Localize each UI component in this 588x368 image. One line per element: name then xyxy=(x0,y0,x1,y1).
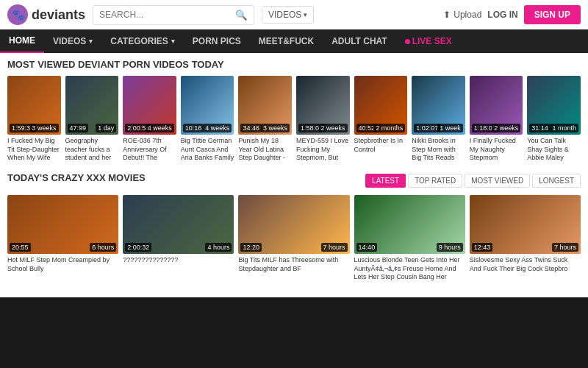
live-indicator xyxy=(405,39,410,44)
filter-tabs: LATESTTOP RATEDMOST VIEWEDLONGEST xyxy=(365,174,581,188)
video-card[interactable]: 2:00:32 4 hours ??????????????? xyxy=(123,195,234,283)
video-card[interactable]: 14:40 9 hours Luscious Blonde Teen Gets … xyxy=(354,195,465,283)
video-duration: 12:20 xyxy=(240,243,262,252)
video-title: Big Tittie German Aunt Casca And Aria Ba… xyxy=(181,137,234,163)
video-duration: 34:46 xyxy=(240,124,262,132)
video-age: 6 hours xyxy=(90,243,116,252)
video-card[interactable]: 1:58:01 2 weeks MEYD-559 I Love Fucking … xyxy=(296,76,350,163)
nav-item-meetandfuck[interactable]: MEET&FUCK xyxy=(250,29,323,53)
video-thumbnail: 47:99 1 day xyxy=(65,76,119,135)
video-title: Big Tits MILF has Threesome with Stepdau… xyxy=(238,256,349,273)
video-card[interactable]: 47:99 1 day Geography teacher fucks a st… xyxy=(65,76,119,163)
video-title: Luscious Blonde Teen Gets Into Her Aunty… xyxy=(354,256,465,283)
nav-item-adult-chat[interactable]: ADULT CHAT xyxy=(323,29,396,53)
search-icon: 🔍 xyxy=(235,10,248,21)
search-button[interactable]: 🔍 xyxy=(229,6,254,24)
video-age: 2 months xyxy=(373,124,405,132)
video-thumbnail: 12:43 7 hours xyxy=(470,195,581,254)
search-input[interactable] xyxy=(93,6,229,24)
chevron-down-icon: ▾ xyxy=(304,11,307,18)
video-thumbnail: 2:00:32 4 hours xyxy=(123,195,234,254)
video-thumbnail: 12:20 7 hours xyxy=(238,195,349,254)
nav-item-live-sex[interactable]: LIVE SEX xyxy=(396,29,461,53)
video-duration: 31:14 xyxy=(529,124,551,132)
video-age: 3 weeks xyxy=(261,124,290,132)
filter-tab-top-rated[interactable]: TOP RATED xyxy=(408,174,462,188)
nav-item-categories[interactable]: CATEGORIES ▾ xyxy=(101,29,183,53)
video-title: Stepbrother Is In Control xyxy=(354,137,408,154)
filter-tab-latest[interactable]: LATEST xyxy=(365,174,406,188)
video-duration: 14:40 xyxy=(356,243,378,252)
video-title: ROE-036 7th Anniversary Of Debut!! The S… xyxy=(123,137,176,163)
video-card[interactable]: 1:02:07 1 week Nikki Brooks in Step Mom … xyxy=(412,76,465,163)
login-button[interactable]: LOG IN xyxy=(487,10,517,20)
nav-item-home[interactable]: HOME xyxy=(0,29,44,53)
video-duration: 2:00:32 xyxy=(125,243,151,252)
video-duration: 12:43 xyxy=(472,243,493,252)
header: 🐾 deviants 🔍 VIDEOS ▾ ⬆ Upload LOG IN SI… xyxy=(0,0,588,29)
most-viewed-section: MOST VIEWED DEVIANT PORN VIDEOS TODAY 1:… xyxy=(7,59,581,163)
video-age: 9 hours xyxy=(437,243,463,252)
video-duration: 47:99 xyxy=(68,124,89,132)
video-thumbnail: 20:55 6 hours xyxy=(7,195,118,254)
video-age: 4 weeks xyxy=(146,124,174,132)
video-thumbnail: 14:40 9 hours xyxy=(354,195,465,254)
video-title: Hot MILF Step Mom Creampied by School Bu… xyxy=(7,256,118,273)
video-duration: 1:02:07 xyxy=(414,124,440,132)
video-card[interactable]: 40:52 2 months Stepbrother Is In Control xyxy=(354,76,408,163)
filter-tab-most-viewed[interactable]: MOST VIEWED xyxy=(465,174,530,188)
search-container: 🔍 xyxy=(93,5,254,25)
navigation: HOME VIDEOS ▾ CATEGORIES ▾ PORN PICS MEE… xyxy=(0,29,588,53)
chevron-down-icon: ▾ xyxy=(171,38,175,45)
most-viewed-title: MOST VIEWED DEVIANT PORN VIDEOS TODAY xyxy=(7,59,581,70)
logo[interactable]: 🐾 deviants xyxy=(7,4,85,25)
upload-icon: ⬆ xyxy=(443,10,451,20)
videos-label: VIDEOS xyxy=(268,10,301,20)
video-card[interactable]: 20:55 6 hours Hot MILF Step Mom Creampie… xyxy=(7,195,118,283)
crazy-movies-grid: 20:55 6 hours Hot MILF Step Mom Creampie… xyxy=(7,195,581,283)
video-title: Nikki Brooks in Step Mom with Big Tits R… xyxy=(412,137,465,163)
video-title: Punish My 18 Year Old Latina Step Daught… xyxy=(238,137,292,163)
crazy-movies-header: TODAY'S CRAZY XXX MOVIES LATESTTOP RATED… xyxy=(7,172,581,189)
video-title: You Can Talk Shay Sights & Abbie Maley xyxy=(527,137,581,163)
video-card[interactable]: 1:18:05 2 weeks I Finally Fucked My Naug… xyxy=(470,76,523,163)
video-title: MEYD-559 I Love Fucking My Stepmom, But … xyxy=(296,137,350,163)
video-title: Geography teacher fucks a student and he… xyxy=(65,137,119,163)
video-thumbnail: 10:16 4 weeks xyxy=(181,76,234,135)
logo-text: deviants xyxy=(32,7,85,23)
header-right: ⬆ Upload LOG IN SIGN UP xyxy=(443,5,581,24)
video-title: I Fucked My Big Tit Step-Daughter When M… xyxy=(7,137,61,163)
video-age: 4 hours xyxy=(205,243,232,252)
filter-tab-longest[interactable]: LONGEST xyxy=(532,174,581,188)
video-age: 7 hours xyxy=(552,243,578,252)
video-thumbnail: 31:14 1 month xyxy=(527,76,581,135)
video-age: 1 week xyxy=(437,124,463,132)
video-age: 2 weeks xyxy=(492,124,520,132)
video-card[interactable]: 12:43 7 hours Sislovesme Sexy Ass Twins … xyxy=(470,195,581,283)
video-age: 1 day xyxy=(96,124,116,132)
videos-dropdown[interactable]: VIDEOS ▾ xyxy=(262,6,314,24)
nav-item-porn-pics[interactable]: PORN PICS xyxy=(184,29,250,53)
video-card[interactable]: 31:14 1 month You Can Talk Shay Sights &… xyxy=(527,76,581,163)
video-thumbnail: 1:18:05 2 weeks xyxy=(470,76,523,135)
video-age: 1 month xyxy=(550,124,578,132)
video-card[interactable]: 10:16 4 weeks Big Tittie German Aunt Cas… xyxy=(181,76,234,163)
upload-button[interactable]: ⬆ Upload xyxy=(443,10,481,20)
video-age: 2 weeks xyxy=(319,124,348,132)
video-duration: 20:55 xyxy=(10,243,31,252)
video-card[interactable]: 1:59:34 3 weeks I Fucked My Big Tit Step… xyxy=(7,76,61,163)
video-thumbnail: 34:46 3 weeks xyxy=(238,76,292,135)
video-title: Sislovesme Sexy Ass Twins Suck And Fuck … xyxy=(470,256,581,273)
video-thumbnail: 2:00:54 4 weeks xyxy=(123,76,176,135)
video-card[interactable]: 12:20 7 hours Big Tits MILF has Threesom… xyxy=(238,195,349,283)
video-thumbnail: 1:58:01 2 weeks xyxy=(296,76,350,135)
nav-item-videos[interactable]: VIDEOS ▾ xyxy=(44,29,101,53)
logo-icon: 🐾 xyxy=(7,4,28,25)
main-content: MOST VIEWED DEVIANT PORN VIDEOS TODAY 1:… xyxy=(0,53,588,297)
video-card[interactable]: 34:46 3 weeks Punish My 18 Year Old Lati… xyxy=(238,76,292,163)
signup-button[interactable]: SIGN UP xyxy=(524,5,581,24)
video-age: 3 weeks xyxy=(30,124,59,132)
most-viewed-grid: 1:59:34 3 weeks I Fucked My Big Tit Step… xyxy=(7,76,581,163)
video-card[interactable]: 2:00:54 4 weeks ROE-036 7th Anniversary … xyxy=(123,76,176,163)
crazy-movies-section: TODAY'S CRAZY XXX MOVIES LATESTTOP RATED… xyxy=(7,172,581,283)
